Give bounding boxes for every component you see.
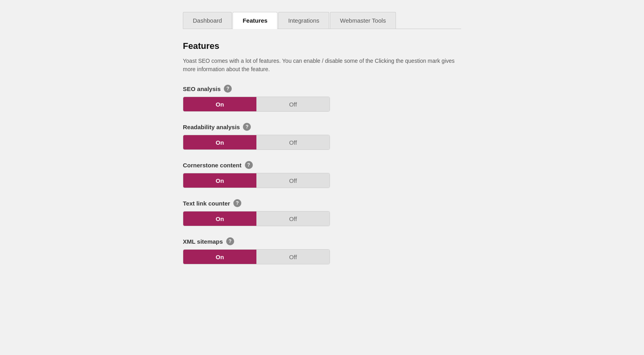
page-wrapper: Dashboard Features Integrations Webmaste… xyxy=(0,0,644,287)
toggle-on-readability-analysis[interactable]: On xyxy=(183,135,256,149)
toggle-cornerstone-content: On Off xyxy=(183,173,330,188)
feature-label-xml-sitemaps: XML sitemaps xyxy=(183,238,223,245)
help-icon-cornerstone-content[interactable]: ? xyxy=(245,161,253,169)
help-icon-readability-analysis[interactable]: ? xyxy=(243,123,251,131)
feature-readability-analysis: Readability analysis ? On Off xyxy=(183,123,461,150)
toggle-on-xml-sitemaps[interactable]: On xyxy=(183,250,256,264)
tab-dashboard[interactable]: Dashboard xyxy=(183,12,232,29)
help-icon-seo-analysis[interactable]: ? xyxy=(224,85,232,93)
feature-label-row-seo-analysis: SEO analysis ? xyxy=(183,85,461,93)
feature-label-cornerstone-content: Cornerstone content xyxy=(183,162,242,169)
page-title: Features xyxy=(183,41,461,51)
toggle-on-seo-analysis[interactable]: On xyxy=(183,97,256,111)
toggle-on-text-link-counter[interactable]: On xyxy=(183,211,256,226)
toggle-readability-analysis: On Off xyxy=(183,135,330,150)
feature-xml-sitemaps: XML sitemaps ? On Off xyxy=(183,237,461,264)
help-icon-text-link-counter[interactable]: ? xyxy=(233,199,241,207)
tab-webmaster-tools[interactable]: Webmaster Tools xyxy=(330,12,396,29)
help-icon-xml-sitemaps[interactable]: ? xyxy=(226,237,234,245)
tab-integrations[interactable]: Integrations xyxy=(278,12,329,29)
page-description: Yoast SEO comes with a lot of features. … xyxy=(183,57,461,74)
feature-label-row-xml-sitemaps: XML sitemaps ? xyxy=(183,237,461,245)
feature-label-row-readability-analysis: Readability analysis ? xyxy=(183,123,461,131)
feature-label-row-text-link-counter: Text link counter ? xyxy=(183,199,461,207)
toggle-off-text-link-counter[interactable]: Off xyxy=(256,211,330,226)
toggle-on-cornerstone-content[interactable]: On xyxy=(183,173,256,188)
toggle-off-readability-analysis[interactable]: Off xyxy=(256,135,330,149)
toggle-seo-analysis: On Off xyxy=(183,97,330,112)
content-area: Dashboard Features Integrations Webmaste… xyxy=(183,12,461,275)
feature-label-text-link-counter: Text link counter xyxy=(183,200,230,207)
feature-label-seo-analysis: SEO analysis xyxy=(183,85,221,92)
tabs-nav: Dashboard Features Integrations Webmaste… xyxy=(183,12,461,29)
toggle-xml-sitemaps: On Off xyxy=(183,249,330,264)
toggle-off-xml-sitemaps[interactable]: Off xyxy=(256,250,330,264)
feature-cornerstone-content: Cornerstone content ? On Off xyxy=(183,161,461,188)
toggle-off-seo-analysis[interactable]: Off xyxy=(256,97,330,111)
feature-seo-analysis: SEO analysis ? On Off xyxy=(183,85,461,112)
toggle-text-link-counter: On Off xyxy=(183,211,330,226)
toggle-off-cornerstone-content[interactable]: Off xyxy=(256,173,330,188)
tab-features[interactable]: Features xyxy=(233,12,277,29)
feature-label-readability-analysis: Readability analysis xyxy=(183,124,240,130)
feature-label-row-cornerstone-content: Cornerstone content ? xyxy=(183,161,461,169)
feature-text-link-counter: Text link counter ? On Off xyxy=(183,199,461,226)
